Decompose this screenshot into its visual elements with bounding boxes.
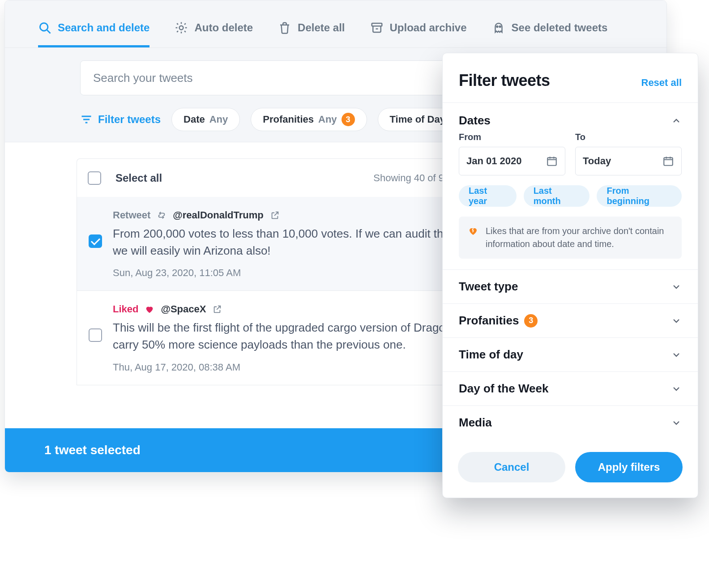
svg-point-2	[179, 26, 184, 30]
trash-icon	[278, 21, 291, 34]
reset-all-button[interactable]: Reset all	[641, 77, 682, 89]
svg-rect-9	[547, 158, 556, 165]
select-all-label: Select all	[115, 172, 162, 184]
calendar-icon	[546, 155, 558, 167]
filter-panel-title: Filter tweets	[459, 71, 550, 90]
chevron-down-icon	[671, 418, 682, 428]
filter-icon	[80, 113, 93, 126]
svg-rect-3	[372, 23, 382, 26]
section-dates-title: Dates	[459, 114, 491, 128]
filter-trigger-label: Filter tweets	[98, 113, 161, 126]
calendar-icon	[662, 155, 674, 167]
tweet-checkbox[interactable]	[89, 234, 102, 248]
search-icon	[38, 21, 51, 34]
tweet-kind: Retweet	[113, 209, 150, 221]
cancel-button[interactable]: Cancel	[458, 452, 565, 482]
section-day-of-week: Day of the Week	[443, 371, 698, 405]
archive-date-note: Likes that are from your archive don't c…	[459, 217, 682, 259]
tab-label: Upload archive	[390, 21, 467, 34]
section-media: Media	[443, 405, 698, 439]
section-title: Tweet type	[459, 280, 518, 294]
section-dates-toggle[interactable]: Dates	[459, 114, 682, 128]
external-link-icon[interactable]	[212, 304, 222, 314]
chip-label: Time of Day	[390, 114, 445, 125]
section-tweet-type: Tweet type	[443, 269, 698, 303]
chip-value: Any	[209, 114, 228, 125]
section-title: Time of day	[459, 348, 523, 362]
chip-date[interactable]: Date Any	[171, 108, 240, 131]
tab-label: See deleted tweets	[512, 21, 608, 34]
tab-delete-all[interactable]: Delete all	[278, 21, 345, 47]
section-media-toggle[interactable]: Media	[459, 416, 682, 430]
profanities-badge: 3	[524, 314, 538, 328]
heart-break-icon	[468, 226, 478, 236]
section-title: Profanities 3	[459, 314, 538, 328]
external-link-icon[interactable]	[270, 210, 280, 220]
from-label: From	[459, 132, 565, 142]
svg-line-1	[47, 30, 51, 34]
tab-label: Search and delete	[58, 21, 149, 34]
tab-search-and-delete[interactable]: Search and delete	[38, 21, 149, 47]
chevron-up-icon	[671, 115, 682, 126]
tweet-handle: @realDonaldTrump	[173, 209, 263, 221]
section-profanities-toggle[interactable]: Profanities 3	[459, 314, 682, 328]
section-time-of-day: Time of day	[443, 337, 698, 371]
note-text: Likes that are from your archive don't c…	[486, 225, 673, 251]
date-to-value: Today	[583, 155, 611, 167]
chip-label: Date	[184, 114, 205, 125]
tab-see-deleted[interactable]: See deleted tweets	[492, 21, 608, 47]
section-profanities: Profanities 3	[443, 303, 698, 337]
chevron-down-icon	[671, 281, 682, 292]
quick-last-year[interactable]: Last year	[459, 185, 517, 207]
tweet-kind: Liked	[113, 303, 138, 315]
section-title: Media	[459, 416, 492, 430]
tab-bar: Search and delete Auto delete Delete all…	[5, 0, 666, 48]
chip-value: Any	[318, 114, 337, 125]
chip-badge: 3	[342, 113, 355, 126]
apply-filters-button[interactable]: Apply filters	[575, 452, 683, 482]
section-dates: Dates From Jan 01 2020	[443, 102, 698, 269]
chip-profanities[interactable]: Profanities Any 3	[251, 108, 367, 131]
chevron-down-icon	[671, 349, 682, 360]
date-to-input[interactable]: Today	[575, 147, 682, 175]
tab-label: Auto delete	[194, 21, 253, 34]
date-from-input[interactable]: Jan 01 2020	[459, 147, 565, 175]
selection-count: 1 tweet selected	[44, 443, 141, 457]
select-all-checkbox[interactable]	[88, 171, 101, 185]
chip-label: Profanities	[263, 114, 314, 125]
svg-rect-13	[664, 158, 673, 165]
chevron-down-icon	[671, 315, 682, 326]
to-label: To	[575, 132, 682, 142]
section-tweet-type-toggle[interactable]: Tweet type	[459, 280, 682, 294]
archive-icon	[370, 21, 384, 34]
tweet-handle: @SpaceX	[161, 303, 206, 315]
chevron-down-icon	[671, 383, 682, 394]
tab-label: Delete all	[298, 21, 345, 34]
ghost-icon	[492, 21, 505, 34]
retweet-icon	[157, 210, 167, 220]
section-day-of-week-toggle[interactable]: Day of the Week	[459, 382, 682, 396]
date-from-value: Jan 01 2020	[466, 155, 522, 167]
heart-icon	[145, 304, 154, 314]
gear-icon	[175, 21, 188, 34]
filter-tweets-button[interactable]: Filter tweets	[80, 113, 161, 126]
tab-auto-delete[interactable]: Auto delete	[175, 21, 253, 47]
svg-point-5	[499, 26, 500, 27]
svg-point-0	[40, 23, 48, 31]
tweet-checkbox[interactable]	[89, 328, 102, 342]
section-title: Day of the Week	[459, 382, 548, 396]
svg-point-4	[496, 26, 498, 27]
section-time-of-day-toggle[interactable]: Time of day	[459, 348, 682, 362]
filter-panel: Filter tweets Reset all Dates From Jan 0…	[442, 53, 698, 498]
quick-last-month[interactable]: Last month	[524, 185, 590, 207]
tab-upload-archive[interactable]: Upload archive	[370, 21, 467, 47]
quick-from-beginning[interactable]: From beginning	[597, 185, 682, 207]
